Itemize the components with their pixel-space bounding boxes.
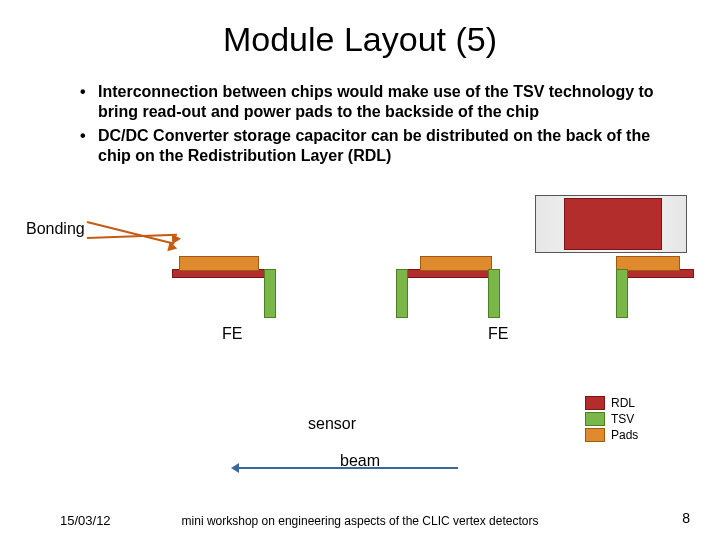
- tsv-pillar: [488, 269, 500, 318]
- legend-label: Pads: [611, 428, 638, 442]
- legend-label: TSV: [611, 412, 634, 426]
- legend-item: TSV: [585, 411, 638, 427]
- slide-title: Module Layout (5): [0, 20, 720, 59]
- legend-item: Pads: [585, 427, 638, 443]
- legend-label: RDL: [611, 396, 635, 410]
- legend-swatch-rdl: [585, 396, 605, 410]
- label-fe: FE: [222, 325, 242, 343]
- beam-arrow-icon: [234, 467, 458, 469]
- legend-swatch-pads: [585, 428, 605, 442]
- label-fe: FE: [488, 325, 508, 343]
- page-number: 8: [682, 510, 690, 526]
- bullet-item: DC/DC Converter storage capacitor can be…: [80, 126, 660, 166]
- bullet-list: Interconnection between chips would make…: [80, 82, 660, 170]
- pad-bar: [179, 256, 259, 271]
- legend-swatch-tsv: [585, 412, 605, 426]
- footer-text: mini workshop on engineering aspects of …: [0, 514, 720, 528]
- label-bonding: Bonding: [26, 220, 85, 238]
- legend: RDL TSV Pads: [585, 395, 638, 443]
- tsv-pillar: [264, 269, 276, 318]
- legend-item: RDL: [585, 395, 638, 411]
- tsv-pillar: [396, 269, 408, 318]
- capacitor-electrode: [564, 198, 662, 250]
- tsv-pillar: [616, 269, 628, 318]
- bonding-arrow-icon: [87, 221, 175, 245]
- label-sensor: sensor: [308, 415, 356, 433]
- bullet-item: Interconnection between chips would make…: [80, 82, 660, 122]
- pad-bar: [420, 256, 492, 271]
- bonding-arrow-icon: [87, 234, 177, 239]
